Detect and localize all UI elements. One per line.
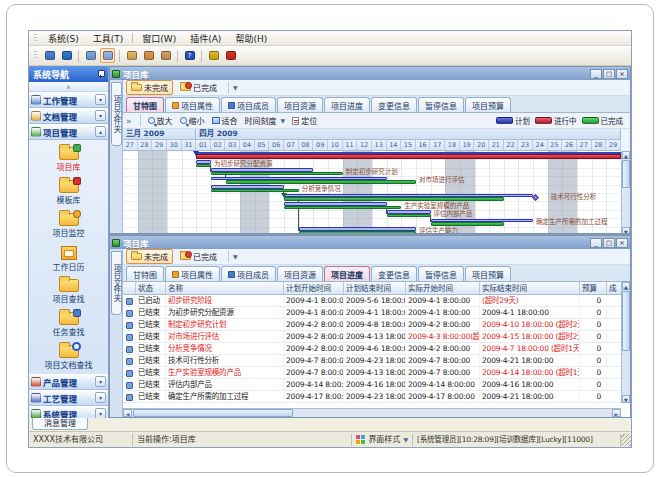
table-row[interactable]: 已结束对市场进行评估2009-4-2 8:00:002009-4-13 18:0… bbox=[123, 331, 621, 343]
column-header-5[interactable]: 实际开始时间 bbox=[406, 282, 480, 294]
sidebar-collapse-button[interactable]: ∧ bbox=[29, 82, 108, 92]
locate-button[interactable]: 定位 bbox=[289, 114, 320, 127]
sidebar-group-1[interactable]: 文档管理▾ bbox=[29, 108, 108, 124]
minimize-button[interactable]: _ bbox=[590, 69, 602, 79]
tab-project-folder[interactable]: 项目文件夹 bbox=[111, 251, 122, 315]
scroll-down-arrow[interactable]: ▼ bbox=[622, 227, 630, 233]
table-row[interactable]: 已结束确定生产所需的加工过程2009-4-17 8:00:002009-4-23… bbox=[123, 391, 621, 403]
tab-3[interactable]: 项目资源 bbox=[277, 97, 323, 112]
tab-project-folder[interactable]: 项目文件夹 bbox=[111, 82, 122, 146]
chevron-up-icon[interactable]: ▴ bbox=[95, 126, 106, 137]
table-row[interactable]: 已结束为初步研究分配资源2009-4-1 8:00:002009-4-1 18:… bbox=[123, 307, 621, 319]
folder-icon-button[interactable] bbox=[83, 48, 98, 63]
filter-finished-button[interactable]: 已完成 bbox=[175, 80, 222, 95]
fit-button[interactable]: 适合 bbox=[209, 114, 241, 127]
scroll-up-arrow[interactable]: ▲ bbox=[622, 151, 630, 159]
minimize-button[interactable]: _ bbox=[590, 238, 602, 248]
column-header-8[interactable]: 成 bbox=[607, 282, 622, 294]
chevron-down-icon[interactable]: ▾ bbox=[95, 94, 106, 105]
task-done-bar[interactable] bbox=[299, 231, 416, 233]
task-done-bar[interactable] bbox=[196, 164, 211, 167]
close-button[interactable]: × bbox=[616, 238, 628, 248]
resize-grip[interactable] bbox=[621, 434, 631, 446]
mail-new-icon-button[interactable] bbox=[124, 48, 139, 63]
table-row[interactable]: 已启动初步研究阶段2009-4-1 8:00:002009-5-6 18:00:… bbox=[123, 295, 621, 307]
task-done-bar[interactable] bbox=[226, 180, 416, 183]
sidebar-group-4[interactable]: 工艺管理▾ bbox=[29, 390, 108, 406]
scroll-left-arrow[interactable]: ◄ bbox=[123, 409, 132, 417]
summary-active-bar[interactable] bbox=[196, 154, 621, 158]
tab-1[interactable]: 项目属性 bbox=[165, 97, 220, 112]
table-row[interactable]: 已结束分析竞争情况2009-4-2 8:00:002009-4-6 18:00:… bbox=[123, 343, 621, 355]
tab-5[interactable]: 变更信息 bbox=[371, 266, 417, 281]
filter-unfinished-button[interactable]: 未完成 bbox=[126, 249, 173, 264]
table-row[interactable]: 已结束生产实验室规模的产品2009-4-7 8:00:002009-4-13 1… bbox=[123, 367, 621, 379]
task-done-bar[interactable] bbox=[387, 214, 431, 217]
zoom-out-button[interactable]: 缩小 bbox=[177, 114, 208, 127]
sidebar-group-0[interactable]: 工作管理▾ bbox=[29, 92, 108, 108]
sidebar-item-0[interactable]: 项目库 bbox=[29, 143, 108, 176]
chevron-down-icon[interactable]: ▾ bbox=[95, 392, 106, 403]
sidebar-item-4[interactable]: 项目查找 bbox=[29, 275, 108, 308]
mail-open-icon-button[interactable] bbox=[141, 48, 156, 63]
maximize-button[interactable]: □ bbox=[603, 238, 615, 248]
table-hscrollbar[interactable]: ◄► bbox=[123, 408, 621, 417]
tab-6[interactable]: 暂停信息 bbox=[418, 97, 464, 112]
chevron-down-icon[interactable]: ▾ bbox=[95, 376, 106, 387]
column-header-0[interactable] bbox=[123, 282, 136, 294]
task-done-bar[interactable] bbox=[284, 197, 504, 200]
column-header-4[interactable]: 计划结束时间 bbox=[344, 282, 406, 294]
more-tools-icon[interactable]: » bbox=[126, 116, 132, 126]
scroll-thumb[interactable] bbox=[622, 160, 630, 188]
sidebar-item-3[interactable]: 工作日历 bbox=[29, 242, 108, 275]
scroll-thumb[interactable] bbox=[622, 291, 630, 351]
tab-0[interactable]: 甘特图 bbox=[126, 97, 164, 112]
menu-item-1[interactable]: 工具(T) bbox=[86, 31, 131, 46]
maximize-button[interactable]: □ bbox=[603, 69, 615, 79]
help-icon-button[interactable]: ? bbox=[182, 48, 197, 63]
tab-1[interactable]: 项目属性 bbox=[165, 266, 220, 281]
tab-5[interactable]: 变更信息 bbox=[371, 97, 417, 112]
scroll-right-arrow[interactable]: ► bbox=[612, 409, 621, 417]
tab-0[interactable]: 甘特图 bbox=[126, 266, 164, 281]
exit-icon-button[interactable] bbox=[223, 48, 238, 63]
column-header-7[interactable]: 预算 bbox=[580, 282, 607, 294]
mail-user-icon-button[interactable] bbox=[158, 48, 173, 63]
gantt-vscrollbar[interactable]: ▲▼ bbox=[621, 151, 630, 233]
tab-4[interactable]: 项目进度 bbox=[324, 266, 370, 281]
filter-unfinished-button[interactable]: 未完成 bbox=[126, 80, 173, 95]
chevron-down-icon[interactable]: ▾ bbox=[95, 408, 106, 418]
scroll-thumb[interactable] bbox=[133, 409, 293, 417]
filter-more-icon[interactable]: ▼ bbox=[233, 84, 238, 91]
sidebar-item-1[interactable]: 模板库 bbox=[29, 176, 108, 209]
task-done-bar[interactable] bbox=[211, 172, 343, 175]
table-vscrollbar[interactable]: ▲▼ bbox=[621, 282, 630, 403]
column-header-2[interactable]: 名称 bbox=[166, 282, 284, 294]
column-header-6[interactable]: 实际结束时间 bbox=[480, 282, 580, 294]
pin-icon[interactable] bbox=[96, 70, 104, 78]
chevron-down-icon[interactable]: ▾ bbox=[95, 110, 106, 121]
table-row[interactable]: 已结束制定初步研究计划2009-4-2 8:00:002009-4-8 18:0… bbox=[123, 319, 621, 331]
tab-6[interactable]: 暂停信息 bbox=[418, 266, 464, 281]
zoom-in-button[interactable]: 放大 bbox=[145, 114, 176, 127]
task-done-bar[interactable] bbox=[431, 222, 504, 225]
task-done-bar[interactable] bbox=[211, 189, 299, 192]
filter-finished-button[interactable]: 已完成 bbox=[175, 249, 222, 264]
menu-item-3[interactable]: 插件(A) bbox=[183, 31, 228, 46]
sidebar-group-3[interactable]: 产品管理▾ bbox=[29, 374, 108, 390]
sidebar-group-2[interactable]: 项目管理▴ bbox=[29, 124, 108, 140]
sidebar-group-5[interactable]: 系统管理▾ bbox=[29, 406, 108, 418]
table-row[interactable]: 已结束技术可行性分析2009-4-7 8:00:002009-4-23 18:0… bbox=[123, 355, 621, 367]
tab-7[interactable]: 项目预算 bbox=[465, 266, 511, 281]
menu-item-0[interactable]: 系统(S) bbox=[41, 31, 86, 46]
tab-7[interactable]: 项目预算 bbox=[465, 97, 511, 112]
menu-item-2[interactable]: 窗口(W) bbox=[135, 31, 183, 46]
table-row[interactable]: 已结束评估内部产品2009-4-14 8:00:002009-4-16 18:0… bbox=[123, 379, 621, 391]
sidebar-item-5[interactable]: 任务查找 bbox=[29, 308, 108, 341]
tab-3[interactable]: 项目资源 bbox=[277, 266, 323, 281]
scroll-up-arrow[interactable]: ▲ bbox=[622, 282, 630, 290]
tab-2[interactable]: 项目成员 bbox=[221, 266, 276, 281]
save-folder-icon-button[interactable] bbox=[100, 48, 115, 63]
tab-2[interactable]: 项目成员 bbox=[221, 97, 276, 112]
column-header-1[interactable]: 状态 bbox=[136, 282, 166, 294]
